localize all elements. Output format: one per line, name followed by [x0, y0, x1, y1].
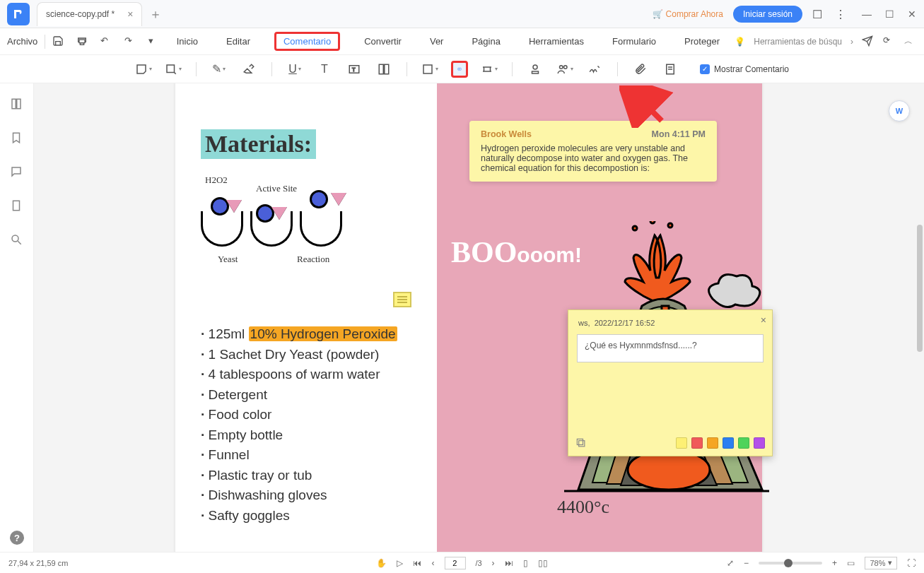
page-dimensions: 27,94 x 21,59 cm	[8, 559, 68, 567]
app-logo[interactable]	[7, 3, 30, 25]
tab-editar[interactable]: Editar	[222, 33, 255, 49]
svg-point-11	[533, 65, 537, 69]
list-item: 4 tablespoons of warm water	[201, 365, 411, 385]
stamp-user-icon[interactable]: ▾	[556, 61, 573, 78]
bookmarks-panel-icon[interactable]	[10, 131, 24, 146]
measure-tool-icon[interactable]: ▾	[481, 61, 498, 78]
color-swatch-orange[interactable]	[707, 437, 718, 449]
callout-tool-icon[interactable]	[375, 61, 392, 78]
vertical-scrollbar[interactable]	[917, 225, 923, 352]
textbox-tool-icon[interactable]: T	[346, 61, 363, 78]
sticky-text-input[interactable]: ¿Qué es Hyxmnmdsfnsd......?	[577, 334, 764, 362]
two-page-view-icon[interactable]: ▯▯	[538, 558, 548, 568]
cart-icon: 🛒	[653, 9, 663, 19]
canvas-area[interactable]: Materials: H2O2 Active Site Yeast Reacti…	[34, 83, 924, 552]
minimize-window-icon[interactable]: —	[862, 9, 872, 19]
send-icon[interactable]	[862, 35, 875, 48]
select-tool-icon[interactable]: ▷	[397, 558, 403, 568]
tab-proteger[interactable]: Proteger	[680, 33, 724, 49]
login-button[interactable]: Iniciar sesión	[733, 6, 802, 23]
comment-toolbar: ▾ ▾ ✎▾ U▾ T T ▾ ▾ ▾ Mostrar Comentario	[0, 55, 924, 83]
help-button[interactable]: ?	[10, 531, 24, 545]
notification-icon[interactable]: ☐	[812, 8, 825, 20]
zoom-out-icon[interactable]: −	[744, 558, 749, 568]
zoom-slider[interactable]	[759, 562, 822, 565]
tab-convertir[interactable]: Convertir	[360, 33, 406, 49]
shape-tool-icon[interactable]: ▾	[421, 61, 438, 78]
note-tool-icon[interactable]: ▾	[135, 61, 152, 78]
cloud-sync-icon[interactable]: ⟳	[883, 35, 896, 48]
close-tab-icon[interactable]: ×	[127, 8, 133, 20]
color-swatch-purple[interactable]	[754, 437, 765, 449]
maximize-window-icon[interactable]: ☐	[884, 9, 894, 19]
undo-icon[interactable]: ↶	[100, 35, 113, 48]
attachment-tool-icon[interactable]	[632, 61, 649, 78]
fit-width-icon[interactable]: ⤢	[727, 558, 734, 568]
convert-word-badge[interactable]: W	[889, 100, 910, 122]
last-page-icon[interactable]: ⏭	[505, 558, 513, 568]
color-swatch-blue[interactable]	[723, 437, 734, 449]
pencil-tool-icon[interactable]: ✎▾	[211, 61, 228, 78]
eraser-tool-icon[interactable]	[240, 61, 257, 78]
sticky-note-tool-icon[interactable]	[451, 61, 468, 78]
list-item: Empty bottle	[201, 425, 411, 446]
text-tool-icon[interactable]: T	[316, 61, 333, 78]
tab-comentario[interactable]: Comentario	[274, 32, 340, 51]
search-tools-hint[interactable]: Herramientas de búsqu	[754, 37, 842, 47]
print-icon[interactable]	[76, 35, 89, 48]
thumbnails-panel-icon[interactable]	[10, 98, 24, 112]
save-icon[interactable]	[52, 35, 65, 48]
redo-icon[interactable]: ↷	[124, 35, 137, 48]
tab-formulario[interactable]: Formulario	[608, 33, 660, 49]
close-sticky-icon[interactable]: ×	[761, 314, 766, 326]
page-comment-icon[interactable]	[662, 61, 679, 78]
stamp-tool-icon[interactable]	[527, 61, 544, 78]
color-swatch-red[interactable]	[691, 437, 703, 449]
next-page-icon[interactable]: ›	[492, 558, 495, 568]
page-input[interactable]	[444, 557, 465, 569]
sticky-author: ws,	[578, 319, 590, 327]
tab-pagina[interactable]: Página	[467, 33, 504, 49]
existing-comment-note[interactable]: Brook Wells Mon 4:11 PM Hydrogen peroxid…	[469, 121, 717, 182]
zoom-value[interactable]: 78% ▾	[865, 557, 897, 569]
highlight-tool-icon[interactable]: ▾	[165, 61, 182, 78]
signature-tool-icon[interactable]	[586, 61, 603, 78]
sticky-more-icon[interactable]	[575, 437, 587, 449]
zoom-in-icon[interactable]: +	[832, 558, 837, 568]
first-page-icon[interactable]: ⏮	[413, 558, 421, 568]
note-pin-icon[interactable]	[393, 292, 411, 307]
color-swatch-yellow[interactable]	[676, 437, 687, 449]
color-swatch-green[interactable]	[738, 437, 749, 449]
page-total: /3	[475, 559, 481, 567]
sticky-note-popup[interactable]: × ws, 2022/12/17 16:52 ¿Qué es Hyxmnmdsf…	[568, 309, 773, 456]
search-panel-icon[interactable]	[10, 233, 24, 247]
fullscreen-icon[interactable]: ⛶	[907, 558, 916, 568]
svg-rect-1	[81, 42, 84, 45]
tab-ver[interactable]: Ver	[426, 33, 448, 49]
document-tab[interactable]: science-copy.pdf * ×	[37, 2, 142, 26]
svg-rect-6	[385, 64, 389, 74]
svg-point-23	[668, 223, 672, 228]
tab-inicio[interactable]: Inicio	[172, 33, 202, 49]
svg-rect-8	[458, 68, 462, 70]
attachments-panel-icon[interactable]	[10, 199, 24, 213]
new-tab-button[interactable]: ＋	[149, 6, 162, 23]
search-nav-icon[interactable]: ›	[850, 37, 853, 47]
collapse-ribbon-icon[interactable]: ︿	[904, 35, 917, 48]
quick-access-dropdown-icon[interactable]: ▾	[148, 35, 161, 48]
note-time: Mon 4:11 PM	[652, 129, 706, 139]
file-menu[interactable]: Archivo	[7, 36, 37, 47]
prev-page-icon[interactable]: ‹	[431, 558, 434, 568]
comments-panel-icon[interactable]	[10, 165, 24, 179]
show-comment-toggle[interactable]: Mostrar Comentario	[700, 64, 789, 74]
hand-tool-icon[interactable]: ✋	[376, 558, 387, 568]
workspace: ▶ Materials: H2O2 Active Site	[0, 83, 924, 552]
fit-page-icon[interactable]: ▭	[847, 558, 855, 568]
single-page-view-icon[interactable]: ▯	[523, 558, 528, 568]
svg-line-21	[18, 241, 21, 244]
tab-herramientas[interactable]: Herramientas	[525, 33, 588, 49]
kebab-menu-icon[interactable]: ⋮	[835, 8, 848, 20]
underline-tool-icon[interactable]: U▾	[286, 61, 303, 78]
buy-now-link[interactable]: 🛒 Comprar Ahora	[653, 9, 723, 19]
close-window-icon[interactable]: ✕	[907, 9, 917, 19]
